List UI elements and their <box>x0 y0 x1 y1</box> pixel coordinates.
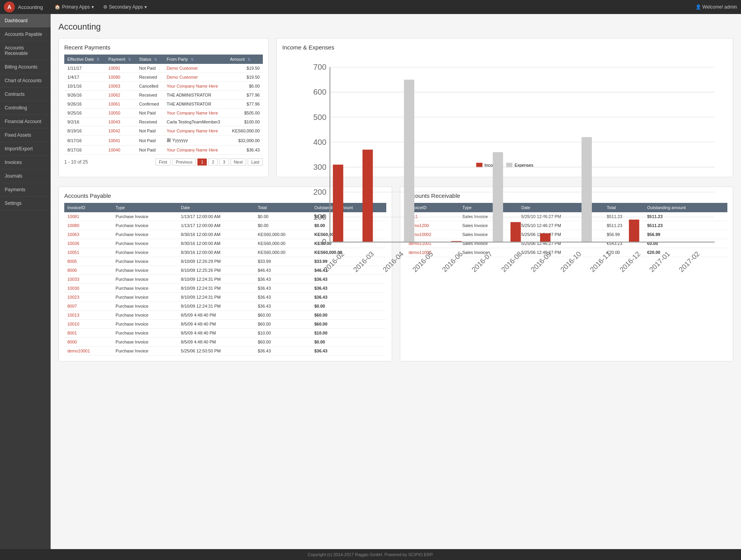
rp-amount: $100.00 <box>227 118 263 127</box>
page-3-btn[interactable]: 3 <box>219 158 229 166</box>
ap-id[interactable]: 10051 <box>64 248 113 257</box>
chevron-down-icon: ▾ <box>144 4 147 10</box>
sidebar-item-dashboard[interactable]: Dashboard <box>0 14 51 28</box>
rp-payment[interactable]: 10040 <box>105 146 136 155</box>
svg-text:400: 400 <box>313 138 327 146</box>
ap-id[interactable]: 8005 <box>64 257 113 266</box>
ap-id[interactable]: 10063 <box>64 230 113 239</box>
recent-payments-header: Effective Date ⇅Payment ⇅Status ⇅From Pa… <box>64 55 263 64</box>
page-1-btn[interactable]: 1 <box>197 158 207 166</box>
rp-payment[interactable]: 10080 <box>105 73 136 82</box>
rp-col-payment[interactable]: Payment ⇅ <box>105 55 136 64</box>
sidebar-item-import/export[interactable]: Import/Export <box>0 142 51 156</box>
rp-from-party[interactable]: Your Company Name Here <box>164 146 227 155</box>
rp-date: 9/26/16 <box>64 100 105 109</box>
first-page-btn[interactable]: First <box>155 158 171 166</box>
rp-col-status[interactable]: Status ⇅ <box>136 55 164 64</box>
rp-col-amount[interactable]: Amount ⇅ <box>227 55 263 64</box>
previous-page-btn[interactable]: Previous <box>172 158 196 166</box>
secondary-apps-menu[interactable]: ⚙ Secondary Apps ▾ <box>99 3 151 11</box>
ap-outstanding: $60.00 <box>311 311 386 320</box>
rp-payment[interactable]: 10043 <box>105 118 136 127</box>
ap-type: Purchase Invoice <box>113 338 178 347</box>
ap-date: 8/30/16 12:00:00 AM <box>178 230 255 239</box>
svg-text:2016-11: 2016-11 <box>589 250 613 274</box>
ap-id[interactable]: 10010 <box>64 320 113 329</box>
rp-from-party[interactable]: Your Company Name Here <box>164 127 227 136</box>
sidebar: DashboardAccounts PayableAccounts Receiv… <box>0 14 51 549</box>
ap-date: 8/10/09 12:24:31 PM <box>178 302 255 311</box>
rp-amount: $19.50 <box>227 73 263 82</box>
sidebar-item-settings[interactable]: Settings <box>0 197 51 210</box>
sidebar-item-fixed-assets[interactable]: Fixed Assets <box>0 129 51 142</box>
ap-date: 8/5/09 4:48:40 PM <box>178 329 255 338</box>
rp-col-from-party[interactable]: From Party ⇅ <box>164 55 227 64</box>
rp-payment[interactable]: 10091 <box>105 64 136 73</box>
rp-payment[interactable]: 10062 <box>105 91 136 100</box>
ap-col-date: Date <box>178 203 255 212</box>
page-title: Accounting <box>58 22 733 32</box>
rp-col-effective-date[interactable]: Effective Date ⇅ <box>64 55 105 64</box>
svg-rect-29 <box>333 165 343 242</box>
last-page-btn[interactable]: Last <box>248 158 263 166</box>
ap-outstanding: $36.43 <box>311 293 386 302</box>
svg-text:2016-04: 2016-04 <box>381 250 405 274</box>
ap-id[interactable]: 8007 <box>64 302 113 311</box>
ap-id[interactable]: demo10001 <box>64 347 113 356</box>
ap-type: Purchase Invoice <box>113 320 178 329</box>
sidebar-item-accounts-receivable[interactable]: Accounts Receivable <box>0 41 51 60</box>
sidebar-item-controlling[interactable]: Controlling <box>0 101 51 115</box>
ap-col-invoiceid: InvoiceID <box>64 203 113 212</box>
ap-id[interactable]: 10036 <box>64 239 113 248</box>
primary-apps-menu[interactable]: 🏠 Primary Apps ▾ <box>51 3 97 11</box>
ap-id[interactable]: 8000 <box>64 338 113 347</box>
sidebar-item-chart-of-accounts[interactable]: Chart of Accounts <box>0 74 51 88</box>
sidebar-item-payments[interactable]: Payments <box>0 183 51 197</box>
next-page-btn[interactable]: Next <box>231 158 246 166</box>
rp-payment[interactable]: 10061 <box>105 100 136 109</box>
house-icon: 🏠 <box>55 4 60 10</box>
recent-payments-table: Effective Date ⇅Payment ⇅Status ⇅From Pa… <box>64 55 263 155</box>
ap-id[interactable]: 10023 <box>64 293 113 302</box>
sidebar-item-contracts[interactable]: Contracts <box>0 88 51 101</box>
chart-inner: Income & Expenses 0100200300400500600700… <box>277 39 733 177</box>
topnav: A Accounting 🏠 Primary Apps ▾ ⚙ Secondar… <box>0 0 741 14</box>
sidebar-item-invoices[interactable]: Invoices <box>0 156 51 169</box>
ap-id[interactable]: 10033 <box>64 275 113 284</box>
ap-date: 8/5/09 4:48:40 PM <box>178 311 255 320</box>
page-2-btn[interactable]: 2 <box>208 158 218 166</box>
sidebar-item-accounts-payable[interactable]: Accounts Payable <box>0 28 51 41</box>
ap-date: 8/10/09 12:25:26 PM <box>178 266 255 275</box>
rp-date: 9/2/16 <box>64 118 105 127</box>
ap-type: Purchase Invoice <box>113 347 178 356</box>
rp-status: Not Paid <box>136 64 164 73</box>
rp-status: Confirmed <box>136 100 164 109</box>
ap-id[interactable]: 10030 <box>64 284 113 293</box>
sidebar-item-billing-accounts[interactable]: Billing Accounts <box>0 60 51 74</box>
recent-payments-title: Recent Payments <box>64 44 263 51</box>
rp-from-party[interactable]: Demo Customer <box>164 73 227 82</box>
ap-id[interactable]: 10081 <box>64 212 113 221</box>
content-area: Accounting Recent Payments Effective Dat… <box>51 14 741 549</box>
table-row: 10010 Purchase Invoice 8/5/09 4:48:40 PM… <box>64 320 386 329</box>
rp-payment[interactable]: 10042 <box>105 127 136 136</box>
sidebar-item-financial-account[interactable]: Financial Account <box>0 115 51 129</box>
rp-payment[interactable]: 10063 <box>105 82 136 91</box>
ap-total: $36.43 <box>255 347 311 356</box>
sidebar-item-journals[interactable]: Journals <box>0 169 51 183</box>
ap-type: Purchase Invoice <box>113 248 178 257</box>
ap-id[interactable]: 10013 <box>64 311 113 320</box>
ap-id[interactable]: 8001 <box>64 329 113 338</box>
rp-payment[interactable]: 10041 <box>105 136 136 146</box>
rp-payment[interactable]: 10050 <box>105 109 136 118</box>
ap-id[interactable]: 8006 <box>64 266 113 275</box>
rp-from-party: Carla TestingTeamMember3 <box>164 118 227 127</box>
user-menu[interactable]: 👤 Welcome! admin <box>695 4 737 10</box>
rp-from-party[interactable]: Demo Customer <box>164 64 227 73</box>
svg-text:2016-07: 2016-07 <box>470 250 494 274</box>
rp-from-party[interactable]: Your Company Name Here <box>164 109 227 118</box>
svg-rect-30 <box>363 150 373 242</box>
ap-type: Purchase Invoice <box>113 239 178 248</box>
rp-from-party[interactable]: Your Company Name Here <box>164 82 227 91</box>
ap-id[interactable]: 10080 <box>64 221 113 230</box>
